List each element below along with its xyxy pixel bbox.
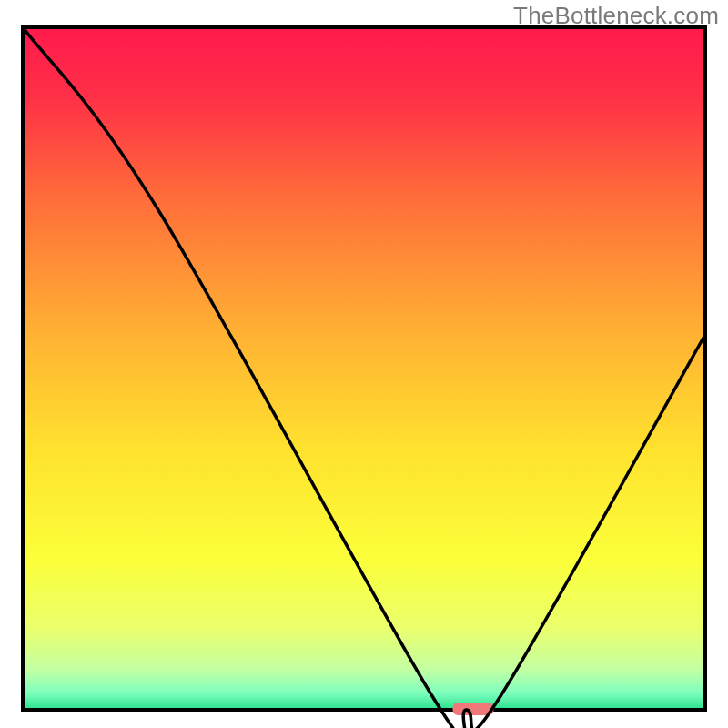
plot-background	[23, 27, 705, 710]
chart-frame: TheBottleneck.com	[0, 0, 728, 728]
bottleneck-chart	[0, 0, 728, 728]
watermark-text: TheBottleneck.com	[513, 2, 719, 30]
